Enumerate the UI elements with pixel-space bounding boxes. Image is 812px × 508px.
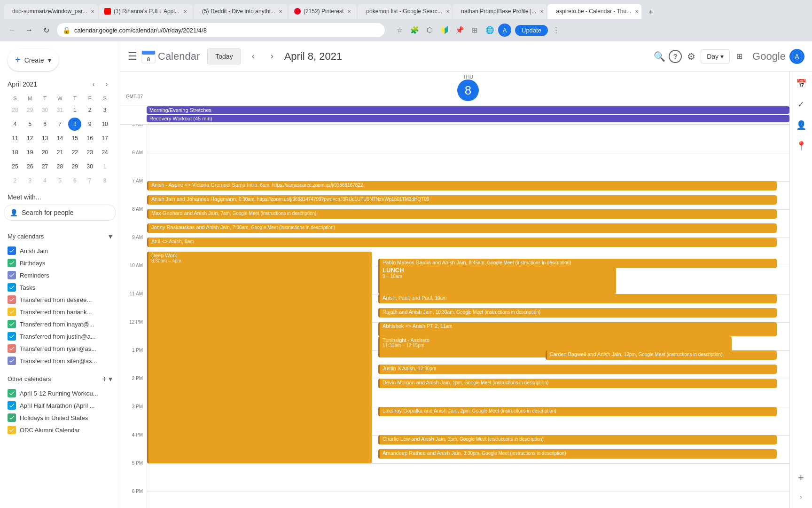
mini-cal-cell[interactable]: 24 — [98, 146, 111, 159]
event-jonny[interactable]: Jonny Raskauskas and Anish Jain, 7:30am,… — [147, 223, 777, 233]
tab-rihanna-close[interactable]: ✕ — [183, 9, 187, 14]
right-map-icon[interactable]: 📍 — [793, 137, 810, 154]
update-button[interactable]: Update — [515, 25, 548, 36]
mini-cal-cell[interactable]: 28 — [53, 160, 66, 173]
right-calendar-icon[interactable]: 📅 — [793, 75, 810, 92]
mini-cal-cell[interactable]: 27 — [39, 160, 52, 173]
mini-cal-cell[interactable]: 7 — [83, 174, 96, 187]
more-icon[interactable]: ⋮ — [550, 24, 563, 37]
profile-avatar[interactable]: A — [789, 49, 804, 64]
event-rajath[interactable]: Rajath and Anish Jain, 10:30am, Google M… — [378, 308, 777, 318]
event-lakshay[interactable]: Lakshay Gopalka and Anish Jain, 2pm, Goo… — [378, 407, 777, 416]
mini-cal-cell[interactable]: 3 — [98, 103, 111, 117]
day-number[interactable]: 8 — [457, 79, 479, 101]
allday-event-recovery[interactable]: Recovery Workout (45 min) — [147, 115, 789, 122]
next-day-button[interactable]: › — [264, 48, 281, 65]
mini-cal-cell[interactable]: 6 — [39, 118, 52, 131]
event-aspire-victoria[interactable]: Anish - Aspire <> Victoria Grempel Sama … — [147, 181, 777, 190]
mini-cal-cell[interactable]: 16 — [83, 132, 96, 145]
event-justin[interactable]: Justin X Anish, 12:30pm — [378, 365, 777, 374]
mini-cal-cell[interactable]: 25 — [8, 160, 22, 173]
calendar-inayat[interactable]: Transferred from inayat@... — [4, 318, 116, 330]
mini-cal-cell[interactable]: 17 — [98, 132, 111, 145]
mini-cal-cell[interactable]: 7 — [53, 118, 66, 131]
calendar-birthdays[interactable]: Birthdays — [4, 257, 116, 269]
right-add-button[interactable]: + — [793, 469, 810, 486]
mini-cal-today[interactable]: 8 — [68, 118, 81, 131]
mini-cal-cell[interactable]: 29 — [68, 160, 81, 173]
calendar-tasks[interactable]: Tasks — [4, 281, 116, 294]
mini-cal-cell[interactable]: 15 — [68, 132, 81, 145]
calendar-running[interactable]: April 5-12 Running Workou... — [4, 387, 116, 399]
profile-puzzle-icon[interactable]: ⬡ — [423, 24, 436, 37]
calendar-holidays[interactable]: Holidays in United States — [4, 412, 116, 424]
tab-reddit[interactable]: (5) Reddit - Dive into anythi... ✕ — [194, 4, 288, 19]
mini-cal-cell[interactable]: 30 — [39, 103, 52, 117]
mini-cal-cell[interactable]: 9 — [83, 118, 96, 131]
event-amandeep[interactable]: Amandeep Rathee and Anish Jain, 3:30pm, … — [378, 449, 777, 459]
mini-cal-cell[interactable]: 13 — [39, 132, 52, 145]
other-calendars-collapse[interactable]: ▾ — [109, 374, 112, 383]
mini-cal-cell[interactable]: 4 — [39, 174, 52, 187]
browser-profile[interactable]: A — [498, 24, 511, 37]
mini-cal-cell[interactable]: 26 — [23, 160, 37, 173]
tab-nathan[interactable]: nathan PromptBase Profile |... ✕ — [453, 4, 547, 19]
mini-cal-cell[interactable]: 2 — [8, 174, 22, 187]
today-button[interactable]: Today — [207, 48, 241, 64]
calendar-anish-jain[interactable]: Anish Jain — [4, 245, 116, 257]
right-check-icon[interactable]: ✓ — [793, 96, 810, 113]
event-anish-paul[interactable]: Anish, Paul, and Paul, 10am — [378, 294, 777, 303]
settings-button[interactable]: ⚙ — [682, 47, 701, 66]
event-devin[interactable]: Devin Morgan and Anish Jain, 1pm, Google… — [378, 379, 777, 388]
back-button[interactable]: ← — [6, 24, 19, 37]
calendar-justin[interactable]: Transferred from justin@a... — [4, 330, 116, 342]
event-charlie[interactable]: Charlie Lew and Anish Jain, 3pm, Google … — [378, 435, 777, 444]
mini-cal-cell[interactable]: 1 — [68, 103, 81, 117]
event-atul-anish[interactable]: Atul <> Anish, 8am — [147, 238, 777, 247]
view-selector[interactable]: Day ▾ — [701, 49, 730, 64]
mini-cal-cell[interactable]: 20 — [39, 146, 52, 159]
mini-cal-cell[interactable]: 8 — [98, 174, 111, 187]
extension3-icon[interactable]: 📌 — [453, 24, 466, 37]
event-anish-johannes[interactable]: Anish Jain and Johannes Hagemann, 6:30am… — [147, 195, 777, 205]
mini-cal-cell[interactable]: 14 — [53, 132, 66, 145]
calendar-desiree[interactable]: Transferred from desiree... — [4, 294, 116, 306]
tab-pokemon-close[interactable]: ✕ — [446, 9, 450, 14]
day-events-column[interactable]: Anish - Aspire <> Victoria Grempel Sama … — [147, 125, 789, 508]
mini-cal-cell[interactable]: 21 — [53, 146, 66, 159]
create-button[interactable]: + Create ▾ — [8, 49, 59, 71]
mini-cal-cell[interactable]: 3 — [23, 174, 37, 187]
calendar-hariank[interactable]: Transferred from hariank... — [4, 306, 116, 318]
event-carden[interactable]: Carden Bagwell and Anish Jain, 12pm, Goo… — [546, 350, 777, 360]
calendar-ryan[interactable]: Transferred from ryan@as... — [4, 342, 116, 355]
other-calendars-add[interactable]: + — [102, 375, 107, 383]
tab-pokemon[interactable]: pokemon list - Google Searc... ✕ — [358, 4, 452, 19]
mini-cal-cell[interactable]: 19 — [23, 146, 37, 159]
extension-icon[interactable]: 🧩 — [408, 24, 421, 37]
mini-cal-cell[interactable]: 4 — [8, 118, 22, 131]
mini-cal-cell[interactable]: 5 — [53, 174, 66, 187]
tab-nathan-close[interactable]: ✕ — [540, 9, 544, 14]
tab-reddit-close[interactable]: ✕ — [279, 9, 282, 14]
google-apps-icon[interactable]: ⊞ — [730, 47, 749, 66]
my-calendars-header[interactable]: My calendars ▾ — [4, 228, 116, 245]
bookmark-icon[interactable]: ☆ — [393, 24, 406, 37]
mini-cal-cell[interactable]: 22 — [68, 146, 81, 159]
mini-cal-cell[interactable]: 31 — [53, 103, 66, 117]
event-deep-work[interactable]: Deep Work 8:30am – 4pm — [147, 252, 372, 463]
tab-rihanna[interactable]: (1) Rihanna's FULL Appl... ✕ — [99, 4, 193, 19]
extension2-icon[interactable]: 🔰 — [438, 24, 451, 37]
event-lunch[interactable]: LUNCH 9 – 10am — [378, 266, 616, 294]
new-tab-button[interactable]: + — [644, 6, 657, 19]
extension4-icon[interactable]: ⊞ — [468, 24, 481, 37]
search-button[interactable]: 🔍 — [650, 47, 669, 66]
mini-cal-cell[interactable]: 11 — [8, 132, 22, 145]
event-max-gebhard[interactable]: Max Gebhard and Anish Jain, 7am, Google … — [147, 209, 777, 219]
mini-cal-cell[interactable]: 23 — [83, 146, 96, 159]
calendar-halfmarathon[interactable]: April Half Marathon (April ... — [4, 399, 116, 412]
tab-calendar-close[interactable]: ✕ — [635, 9, 639, 14]
tab-pinterest[interactable]: (2152) Pinterest ✕ — [289, 4, 357, 19]
mini-cal-cell[interactable]: 5 — [23, 118, 37, 131]
search-people-button[interactable]: 👤 Search for people — [4, 205, 116, 221]
calendar-odc[interactable]: ODC Alumni Calendar — [4, 424, 116, 436]
